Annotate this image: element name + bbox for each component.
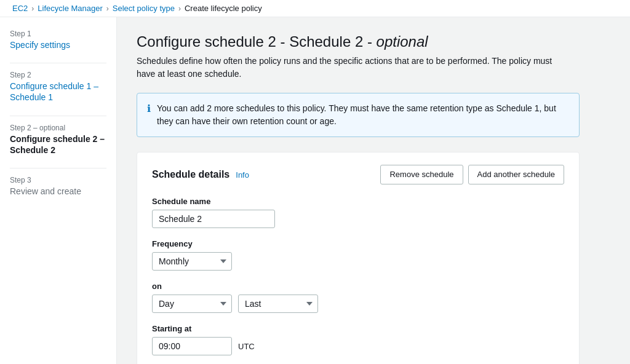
on-last-select[interactable]: First Last 1 2 3 [238,295,318,313]
sidebar: Step 1 Specify settings Step 2 Configure… [0,17,117,364]
page-description: Schedules define how often the policy ru… [137,55,567,81]
sidebar-divider-3 [10,168,106,168]
starting-at-input[interactable] [152,337,232,355]
breadcrumb-sep-2: › [106,4,109,13]
sidebar-step-2-optional-title[interactable]: Configure schedule 2 – Schedule 2 [10,133,106,156]
schedule-name-field: Schedule name [152,197,564,228]
breadcrumb-create-policy: Create lifecycle policy [185,4,262,13]
info-banner-text: You can add 2 more schedules to this pol… [157,102,569,128]
schedule-action-buttons: Remove schedule Add another schedule [380,165,564,184]
breadcrumb-sep-3: › [178,4,181,13]
sidebar-divider-1 [10,63,106,63]
starting-at-field: Starting at UTC [152,324,564,355]
schedule-card: Schedule details Info Remove schedule Ad… [137,152,580,364]
on-day-select[interactable]: Day Week [152,295,232,313]
sidebar-step-2-optional: Step 2 – optional Configure schedule 2 –… [10,124,106,156]
content-area: Configure schedule 2 - Schedule 2 - opti… [117,17,630,364]
utc-label: UTC [238,342,255,351]
sidebar-step-1: Step 1 Specify settings [10,30,106,50]
schedule-card-title: Schedule details [152,169,229,180]
frequency-field: Frequency Daily Weekly Monthly Yearly [152,239,564,271]
breadcrumb: EC2 › Lifecycle Manager › Select policy … [0,0,630,17]
add-schedule-button[interactable]: Add another schedule [468,165,564,184]
frequency-label: Frequency [152,239,564,248]
sidebar-step-1-label: Step 1 [10,30,106,38]
sidebar-step-2-title[interactable]: Configure schedule 1 – Schedule 1 [10,81,106,103]
breadcrumb-select-policy[interactable]: Select policy type [113,4,175,13]
schedule-info-link[interactable]: Info [236,170,249,180]
schedule-name-label: Schedule name [152,197,564,206]
frequency-select[interactable]: Daily Weekly Monthly Yearly [152,252,232,271]
breadcrumb-sep-1: › [31,4,34,13]
info-banner: ℹ You can add 2 more schedules to this p… [137,93,580,137]
sidebar-step-3-label: Step 3 [10,176,106,184]
sidebar-step-2: Step 2 Configure schedule 1 – Schedule 1 [10,71,106,103]
remove-schedule-button[interactable]: Remove schedule [380,165,463,184]
on-label: on [152,282,564,291]
starting-at-label: Starting at [152,324,564,333]
on-row: Day Week First Last 1 2 3 [152,295,564,313]
schedule-card-title-group: Schedule details Info [152,169,249,180]
sidebar-step-2-label: Step 2 [10,71,106,79]
schedule-card-header: Schedule details Info Remove schedule Ad… [152,165,564,184]
sidebar-step-3-title: Review and create [10,186,106,197]
breadcrumb-lifecycle-manager[interactable]: Lifecycle Manager [38,4,103,13]
schedule-name-input[interactable] [152,210,275,228]
sidebar-step-1-title[interactable]: Specify settings [10,39,106,50]
sidebar-divider-2 [10,116,106,116]
breadcrumb-ec2[interactable]: EC2 [12,4,28,13]
page-title: Configure schedule 2 - Schedule 2 - opti… [137,32,610,51]
starting-at-row: UTC [152,337,564,355]
info-circle-icon: ℹ [147,103,151,114]
on-field: on Day Week First Last 1 2 3 [152,282,564,313]
sidebar-step-2-optional-label: Step 2 – optional [10,124,106,132]
sidebar-step-3: Step 3 Review and create [10,176,106,197]
